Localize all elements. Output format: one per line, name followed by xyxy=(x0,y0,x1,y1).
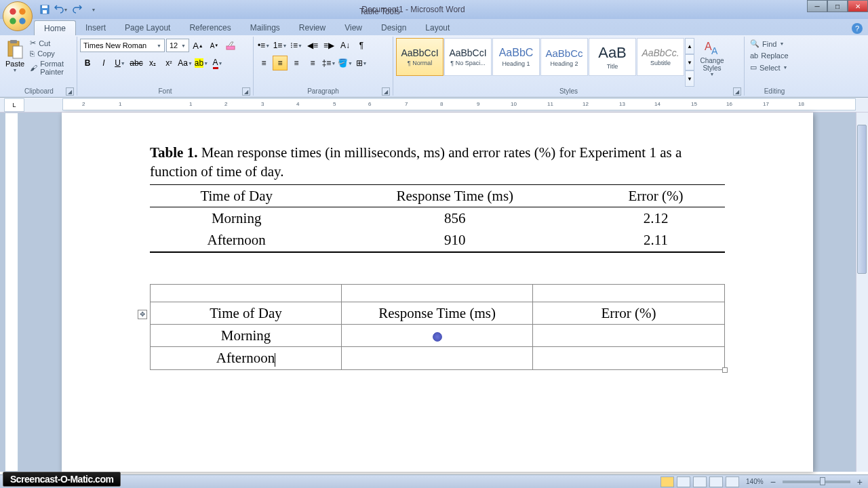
vertical-ruler[interactable] xyxy=(5,113,18,472)
align-right-button[interactable]: ≡ xyxy=(289,56,304,70)
scrollbar-thumb[interactable] xyxy=(857,125,867,274)
zoom-slider-thumb[interactable] xyxy=(820,477,825,485)
copy-button[interactable]: ⎘Copy xyxy=(27,49,74,58)
styles-scroll-up[interactable]: ▲ xyxy=(685,38,694,54)
zoom-slider[interactable] xyxy=(783,481,850,483)
highlight-button[interactable]: ab▼ xyxy=(194,56,209,70)
table2-cell[interactable] xyxy=(533,325,725,347)
vertical-scrollbar[interactable] xyxy=(856,113,868,472)
change-styles-button[interactable]: AA Change Styles▼ xyxy=(696,38,728,87)
align-left-button[interactable]: ≡ xyxy=(256,56,271,70)
replace-button[interactable]: abReplace xyxy=(747,50,802,61)
select-button[interactable]: ▭Select ▼ xyxy=(747,62,802,73)
font-launcher[interactable]: ◢ xyxy=(242,87,250,96)
font-size-select[interactable]: 12▼ xyxy=(166,39,189,52)
table2-cell[interactable] xyxy=(342,347,533,369)
close-button[interactable]: ✕ xyxy=(848,0,868,12)
style-heading2[interactable]: AaBbCcHeading 2 xyxy=(540,38,588,76)
table2-cell[interactable] xyxy=(342,284,533,302)
bold-button[interactable]: B xyxy=(80,56,95,70)
styles-scroll-down[interactable]: ▼ xyxy=(685,54,694,70)
decrease-indent-button[interactable]: ◀≡ xyxy=(305,38,320,53)
format-painter-button[interactable]: 🖌Format Painter xyxy=(27,59,74,77)
clear-formatting-button[interactable] xyxy=(223,38,238,53)
styles-launcher[interactable]: ◢ xyxy=(733,87,741,96)
minimize-button[interactable]: ─ xyxy=(807,0,827,12)
shrink-font-button[interactable]: A▼ xyxy=(207,38,222,53)
styles-expand[interactable]: ▼ xyxy=(685,70,694,87)
document-page[interactable]: Table 1. Mean response times (in millise… xyxy=(62,113,813,472)
tab-mailings[interactable]: Mailings xyxy=(241,20,290,35)
tab-home[interactable]: Home xyxy=(34,20,76,35)
increase-indent-button[interactable]: ≡▶ xyxy=(321,38,336,53)
outline-view[interactable] xyxy=(709,476,723,487)
style-normal[interactable]: AaBbCcI¶ Normal xyxy=(396,38,443,76)
tab-view[interactable]: View xyxy=(335,20,372,35)
line-spacing-button[interactable]: ‡≡▼ xyxy=(321,56,336,70)
cut-button[interactable]: ✂Cut xyxy=(27,38,74,48)
save-icon[interactable] xyxy=(37,2,52,17)
justify-button[interactable]: ≡ xyxy=(305,56,320,70)
tab-selector[interactable]: L xyxy=(4,98,24,112)
table2-cell-with-cursor[interactable] xyxy=(342,325,533,347)
table2-cell[interactable]: Afternoon xyxy=(151,347,342,369)
italic-button[interactable]: I xyxy=(96,56,111,70)
align-center-button[interactable]: ≡ xyxy=(273,56,288,70)
strikethrough-button[interactable]: abc xyxy=(129,56,144,70)
table-move-handle[interactable]: ✥ xyxy=(138,310,147,319)
style-no-spacing[interactable]: AaBbCcI¶ No Spaci... xyxy=(444,38,492,76)
tab-references[interactable]: References xyxy=(180,20,240,35)
find-button[interactable]: 🔍Find ▼ xyxy=(747,38,802,49)
draft-view[interactable] xyxy=(726,476,739,487)
sort-button[interactable]: A↓ xyxy=(338,38,353,53)
redo-icon[interactable] xyxy=(70,2,85,17)
style-heading1[interactable]: AaBbCHeading 1 xyxy=(492,38,540,76)
editing-table[interactable]: Time of Day Response Time (ms) Error (%)… xyxy=(150,284,725,370)
tab-design[interactable]: Design xyxy=(372,20,416,35)
table2-cell[interactable]: Response Time (ms) xyxy=(342,302,533,324)
paste-button[interactable]: Paste ▼ xyxy=(4,38,26,87)
change-case-button[interactable]: Aa▼ xyxy=(178,56,193,70)
zoom-out-button[interactable]: − xyxy=(770,476,776,487)
show-marks-button[interactable]: ¶ xyxy=(354,38,369,53)
shading-button[interactable]: 🪣▼ xyxy=(338,56,353,70)
table2-cell[interactable] xyxy=(151,284,342,302)
horizontal-ruler[interactable]: 21123456789101112131415161718 xyxy=(62,98,856,110)
table-resize-handle[interactable] xyxy=(722,367,728,373)
numbering-button[interactable]: 1≡▼ xyxy=(273,38,288,53)
style-subtitle[interactable]: AaBbCc.Subtitle xyxy=(637,38,684,76)
bullets-button[interactable]: •≡▼ xyxy=(256,38,271,53)
web-layout-view[interactable] xyxy=(693,476,707,487)
help-icon[interactable]: ? xyxy=(852,23,863,34)
borders-button[interactable]: ⊞▼ xyxy=(354,56,369,70)
office-button[interactable] xyxy=(3,1,33,31)
qat-customize-icon[interactable]: ▼ xyxy=(86,2,101,17)
superscript-button[interactable]: x² xyxy=(161,56,176,70)
table2-cell[interactable]: Morning xyxy=(151,325,342,347)
font-color-button[interactable]: A▼ xyxy=(210,56,225,70)
tab-page-layout[interactable]: Page Layout xyxy=(115,20,180,35)
table1-cell: 856 xyxy=(323,207,587,230)
table2-cell[interactable] xyxy=(533,284,725,302)
undo-icon[interactable]: ▼ xyxy=(54,2,68,17)
font-name-select[interactable]: Times New Roman▼ xyxy=(80,39,165,52)
print-layout-view[interactable] xyxy=(660,476,674,487)
clipboard-launcher[interactable]: ◢ xyxy=(66,87,74,96)
zoom-in-button[interactable]: + xyxy=(857,476,863,487)
paragraph-group-label: Paragraph xyxy=(307,87,339,95)
underline-button[interactable]: U ▼ xyxy=(113,56,127,70)
tab-insert[interactable]: Insert xyxy=(76,20,115,35)
paragraph-launcher[interactable]: ◢ xyxy=(382,87,390,96)
multilevel-list-button[interactable]: ⁝≡▼ xyxy=(289,38,304,53)
maximize-button[interactable]: □ xyxy=(827,0,848,12)
table2-cell[interactable]: Time of Day xyxy=(151,302,342,324)
tab-review[interactable]: Review xyxy=(290,20,335,35)
subscript-button[interactable]: x₂ xyxy=(145,56,160,70)
table2-cell[interactable] xyxy=(533,347,725,369)
zoom-level[interactable]: 140% xyxy=(746,478,764,485)
style-title[interactable]: AaBTitle xyxy=(589,38,636,76)
tab-layout[interactable]: Layout xyxy=(416,20,459,35)
table2-cell[interactable]: Error (%) xyxy=(533,302,725,324)
grow-font-button[interactable]: A▲ xyxy=(191,38,205,53)
full-screen-view[interactable] xyxy=(677,476,690,487)
